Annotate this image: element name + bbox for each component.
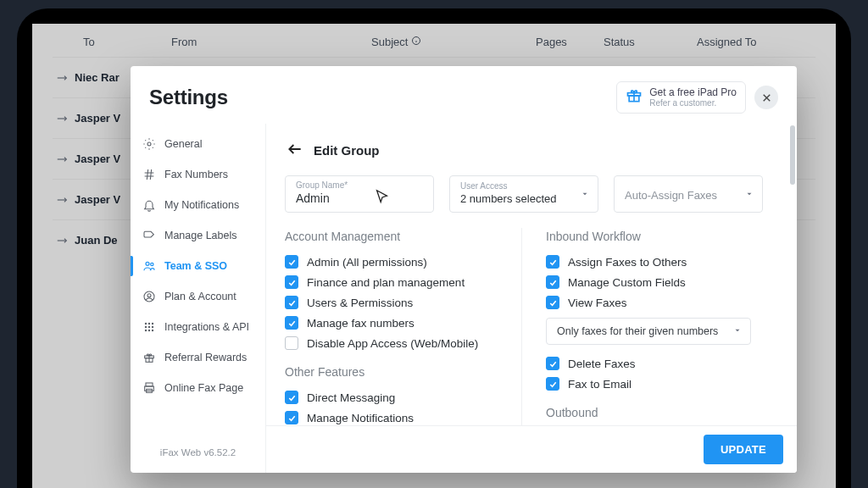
section-title: Inbound Workflow bbox=[546, 230, 773, 243]
sidebar-item-notifications[interactable]: My Notifications bbox=[131, 190, 265, 220]
promo-main: Get a free iPad Pro bbox=[649, 87, 737, 98]
svg-line-16 bbox=[147, 169, 147, 180]
svg-point-22 bbox=[145, 324, 146, 324]
scrollbar[interactable] bbox=[790, 125, 795, 422]
sidebar-item-integrations[interactable]: Integrations & API bbox=[131, 312, 265, 342]
permissions-left: Account Management Admin (All permission… bbox=[285, 228, 522, 425]
sidebar-item-label: Plan & Account bbox=[164, 291, 236, 302]
checkbox-icon bbox=[546, 296, 559, 309]
promo-sub: Refer a customer. bbox=[649, 98, 737, 108]
promo-banner[interactable]: Get a free iPad Pro Refer a customer. bbox=[616, 81, 746, 114]
section-title: Other Features bbox=[285, 365, 508, 379]
sidebar-item-online-fax[interactable]: Online Fax Page bbox=[131, 373, 265, 403]
chevron-down-icon bbox=[733, 325, 742, 337]
screen: To From Subject Pages Status Assigned To… bbox=[32, 24, 836, 488]
section-title: Account Management bbox=[285, 230, 508, 243]
sidebar-item-label: Online Fax Page bbox=[164, 382, 243, 394]
svg-point-19 bbox=[151, 263, 153, 266]
section-title: Outbound bbox=[546, 406, 773, 419]
version-label: iFax Web v6.52.2 bbox=[131, 434, 265, 473]
checkbox-icon bbox=[285, 316, 298, 330]
checkbox-users-perms[interactable]: Users & Permissions bbox=[285, 292, 508, 313]
svg-point-23 bbox=[148, 324, 149, 324]
sidebar-item-label: Manage Labels bbox=[164, 230, 236, 241]
user-circle-icon bbox=[142, 290, 156, 303]
gear-icon bbox=[142, 137, 156, 151]
user-access-select[interactable]: User Access 2 numbers selected bbox=[449, 175, 598, 213]
update-button[interactable]: UPDATE bbox=[704, 435, 783, 464]
inbound-filter-select[interactable]: Only faxes for their given numbers bbox=[546, 318, 751, 345]
sidebar-item-label: General bbox=[164, 138, 202, 150]
device-bezel: To From Subject Pages Status Assigned To… bbox=[17, 8, 851, 488]
settings-modal: Settings Get a free iPad Pro Refer a cus… bbox=[131, 66, 797, 473]
svg-point-28 bbox=[145, 330, 146, 331]
checkbox-icon bbox=[546, 275, 559, 289]
sidebar-item-labels[interactable]: Manage Labels bbox=[131, 220, 265, 251]
checkbox-manage-fax[interactable]: Manage fax numbers bbox=[285, 313, 508, 333]
checkbox-icon bbox=[546, 357, 559, 370]
checkbox-icon bbox=[285, 255, 298, 269]
checkbox-icon bbox=[285, 296, 298, 309]
select-value: 2 numbers selected bbox=[460, 192, 587, 205]
svg-point-24 bbox=[152, 324, 153, 324]
group-name-field[interactable]: Group Name* Admin bbox=[285, 175, 434, 213]
grid-icon bbox=[142, 320, 156, 334]
sidebar-item-general[interactable]: General bbox=[131, 129, 265, 159]
arrow-left-icon bbox=[287, 141, 303, 158]
sidebar-item-plan-account[interactable]: Plan & Account bbox=[131, 281, 265, 312]
svg-point-29 bbox=[148, 330, 149, 331]
checkbox-dm[interactable]: Direct Messaging bbox=[285, 387, 508, 408]
scroll-thumb[interactable] bbox=[790, 125, 795, 185]
permissions-columns: Account Management Admin (All permission… bbox=[285, 228, 773, 425]
svg-point-13 bbox=[147, 142, 151, 146]
sidebar-item-team-sso[interactable]: Team & SSO bbox=[131, 251, 265, 281]
checkbox-delete-faxes[interactable]: Delete Faxes bbox=[546, 353, 773, 374]
checkbox-icon bbox=[546, 255, 559, 269]
sidebar-item-referral[interactable]: Referral Rewards bbox=[131, 342, 265, 373]
svg-point-26 bbox=[148, 327, 149, 328]
hash-icon bbox=[142, 168, 156, 181]
bell-icon bbox=[142, 198, 156, 212]
close-icon bbox=[761, 92, 772, 103]
chevron-down-icon bbox=[745, 186, 754, 202]
back-button[interactable] bbox=[285, 139, 305, 162]
svg-point-25 bbox=[145, 327, 146, 328]
users-icon bbox=[142, 259, 156, 273]
modal-title: Settings bbox=[149, 86, 228, 109]
printer-icon bbox=[142, 381, 156, 395]
checkbox-finance[interactable]: Finance and plan management bbox=[285, 272, 508, 292]
checkbox-admin[interactable]: Admin (All permissions) bbox=[285, 252, 508, 272]
field-label: User Access bbox=[460, 182, 587, 191]
sidebar-item-label: My Notifications bbox=[164, 199, 239, 211]
select-value: Only faxes for their given numbers bbox=[557, 325, 718, 337]
field-value: Admin bbox=[296, 191, 423, 205]
permissions-right: Inbound Workflow Assign Faxes to Others … bbox=[522, 228, 773, 425]
sidebar-item-label: Fax Numbers bbox=[164, 169, 228, 180]
close-button[interactable] bbox=[754, 86, 778, 109]
sidebar-item-label: Referral Rewards bbox=[164, 352, 247, 363]
checkbox-assign-faxes[interactable]: Assign Faxes to Others bbox=[546, 252, 773, 272]
checkbox-icon bbox=[546, 377, 559, 391]
page-title: Edit Group bbox=[314, 143, 380, 158]
svg-point-21 bbox=[147, 294, 151, 297]
checkbox-icon bbox=[285, 411, 298, 424]
checkbox-notifications[interactable]: Manage Notifications bbox=[285, 408, 508, 425]
checkbox-view-faxes[interactable]: View Faxes bbox=[546, 292, 773, 313]
auto-assign-select[interactable]: Auto-Assign Faxes bbox=[614, 175, 763, 213]
svg-point-18 bbox=[146, 263, 149, 266]
sidebar-item-fax-numbers[interactable]: Fax Numbers bbox=[131, 159, 265, 190]
checkbox-fax-email[interactable]: Fax to Email bbox=[546, 374, 773, 394]
checkbox-custom-fields[interactable]: Manage Custom Fields bbox=[546, 272, 773, 292]
checkbox-disable-app[interactable]: Disable App Access (Web/Mobile) bbox=[285, 333, 508, 353]
checkbox-icon bbox=[285, 275, 298, 289]
sidebar-item-label: Team & SSO bbox=[164, 260, 227, 272]
svg-point-27 bbox=[152, 327, 153, 328]
select-value: Auto-Assign Faxes bbox=[625, 189, 752, 202]
checkbox-icon bbox=[285, 336, 298, 350]
field-label: Group Name* bbox=[296, 181, 423, 190]
chevron-down-icon bbox=[581, 186, 589, 202]
gift-icon bbox=[626, 87, 643, 108]
modal-header: Settings Get a free iPad Pro Refer a cus… bbox=[131, 66, 797, 124]
sidebar-item-label: Integrations & API bbox=[164, 321, 249, 333]
svg-rect-34 bbox=[146, 383, 153, 386]
